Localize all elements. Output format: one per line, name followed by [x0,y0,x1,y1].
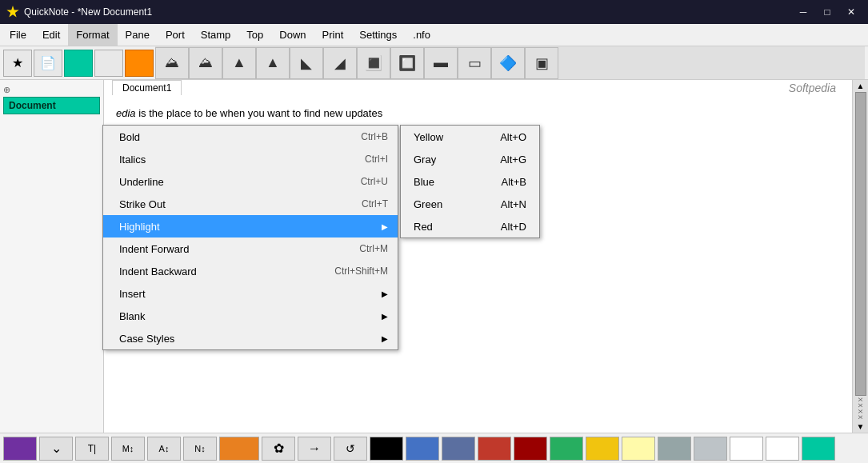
top-icon-8[interactable]: 🔲 [390,47,424,79]
toolbar-item2[interactable] [94,50,123,77]
format-strikeout-label: Strike Out [119,198,166,210]
format-bold[interactable]: Bold Ctrl+B [103,126,398,148]
status-chevron-btn[interactable]: ⌄ [39,437,73,461]
highlight-red-label: Red [414,221,433,233]
toolbar-special[interactable] [64,50,93,77]
format-strikeout[interactable]: Strike Out Ctrl+T [103,193,398,215]
format-indent-backward-shortcut: Ctrl+Shift+M [334,265,388,277]
menu-settings[interactable]: Settings [351,24,405,46]
status-orange-btn[interactable] [219,437,259,461]
document-item[interactable]: Document [3,97,100,114]
format-highlight[interactable]: Highlight ▶ [103,215,398,237]
status-star-btn[interactable] [3,437,37,461]
window-controls: ─ □ ✕ [793,4,862,20]
top-icon-10[interactable]: ▭ [458,47,491,79]
content-media-italic: edia [116,107,136,119]
status-white-btn[interactable] [730,437,763,461]
status-mid-blue-btn[interactable] [442,437,475,461]
top-icon-7[interactable]: 🔳 [357,47,390,79]
document-tab[interactable]: Document1 [112,80,182,95]
title-bar: QuickNote - *New Document1 ─ □ ✕ [0,0,868,24]
scroll-up[interactable]: ▲ [857,82,865,90]
highlight-gray[interactable]: Gray Alt+G [401,148,539,170]
menu-port[interactable]: Port [158,24,193,46]
status-undo-btn[interactable]: ↺ [334,437,367,461]
menu-pane[interactable]: Pane [118,24,158,46]
status-cyan-btn[interactable] [802,437,835,461]
main-area: ⊕ Document Softpedia Document1 edia is t… [0,80,868,433]
scroll-thumb [855,92,866,396]
top-icon-5[interactable]: ◣ [290,47,323,79]
menu-print[interactable]: Print [314,24,352,46]
menu-down[interactable]: Down [271,24,314,46]
status-green-btn[interactable] [550,437,583,461]
softpedia-watermark: Softpedia [789,82,836,94]
format-italics-shortcut: Ctrl+I [365,154,388,165]
right-scroll[interactable]: ▲ XXXX ▼ [852,80,868,433]
menu-nfo[interactable]: .nfo [405,24,438,46]
top-icon-3[interactable]: ▲ [222,47,256,79]
status-gray-btn[interactable] [658,437,691,461]
window-title: QuickNote - *New Document1 [24,6,152,18]
status-light-yellow-btn[interactable] [622,437,655,461]
menu-format[interactable]: Format [68,24,117,46]
top-icon-9[interactable]: ▬ [424,47,458,79]
format-bold-label: Bold [119,131,140,143]
close-button[interactable]: ✕ [841,4,862,20]
highlight-blue-label: Blue [414,176,434,188]
top-icon-2[interactable]: ⛰ [189,47,222,79]
status-yellow-btn[interactable] [586,437,619,461]
format-insert[interactable]: Insert ▶ [103,282,398,305]
format-indent-backward-label: Indent Backward [119,265,197,277]
top-icon-6[interactable]: ◢ [323,47,357,79]
status-blue-btn[interactable] [406,437,439,461]
toolbar-star[interactable]: ★ [3,50,32,77]
format-indent-forward[interactable]: Indent Forward Ctrl+M [103,237,398,260]
status-text-btn[interactable]: T| [75,437,109,461]
highlight-submenu[interactable]: Yellow Alt+O Gray Alt+G Blue Alt+B Green… [400,125,540,238]
status-red-btn[interactable] [478,437,511,461]
status-n-btn[interactable]: N↕ [183,437,217,461]
status-white2-btn[interactable] [766,437,799,461]
maximize-button[interactable]: □ [817,4,838,20]
highlight-blue[interactable]: Blue Alt+B [401,170,539,193]
highlight-gray-shortcut: Alt+G [500,154,526,166]
format-blank[interactable]: Blank ▶ [103,305,398,327]
menu-stamp[interactable]: Stamp [193,24,239,46]
top-icon-12[interactable]: ▣ [525,47,558,79]
menu-file[interactable]: File [2,24,34,46]
top-icon-11[interactable]: 🔷 [491,47,525,79]
highlight-yellow[interactable]: Yellow Alt+O [401,126,539,148]
format-indent-backward[interactable]: Indent Backward Ctrl+Shift+M [103,260,398,282]
status-dark-red-btn[interactable] [514,437,547,461]
format-case-styles[interactable]: Case Styles ▶ [103,327,398,349]
format-underline[interactable]: Underline Ctrl+U [103,170,398,193]
panel-icon: ⊕ [3,83,100,97]
status-black-btn[interactable] [370,437,403,461]
left-panel: ⊕ Document [0,80,104,433]
format-case-styles-arrow: ▶ [382,334,388,343]
top-icon-1[interactable]: ⛰ [155,47,189,79]
format-bold-shortcut: Ctrl+B [361,131,388,142]
highlight-red[interactable]: Red Alt+D [401,215,539,237]
scroll-down[interactable]: ▼ [857,422,865,431]
format-menu[interactable]: Bold Ctrl+B Italics Ctrl+I Underline Ctr… [102,125,398,350]
minimize-button[interactable]: ─ [793,4,814,20]
menu-top[interactable]: Top [238,24,271,46]
format-italics-label: Italics [119,154,146,166]
status-flower-btn[interactable]: ✿ [262,437,295,461]
highlight-blue-shortcut: Alt+B [502,176,526,188]
toolbar-doc[interactable]: 📄 [34,50,62,77]
top-icon-4[interactable]: ▲ [256,47,290,79]
status-light-gray-btn[interactable] [694,437,727,461]
status-arrow-btn[interactable]: → [298,437,331,461]
title-bar-left: QuickNote - *New Document1 [6,6,152,18]
status-a-btn[interactable]: A↕ [147,437,181,461]
format-insert-label: Insert [119,288,146,300]
format-italics[interactable]: Italics Ctrl+I [103,148,398,170]
toolbar-orange[interactable] [125,50,154,77]
highlight-green[interactable]: Green Alt+N [401,193,539,215]
menu-edit[interactable]: Edit [34,24,68,46]
status-m-btn[interactable]: M↕ [111,437,145,461]
content-line1-text: is the place to be when you want to find… [138,107,382,119]
